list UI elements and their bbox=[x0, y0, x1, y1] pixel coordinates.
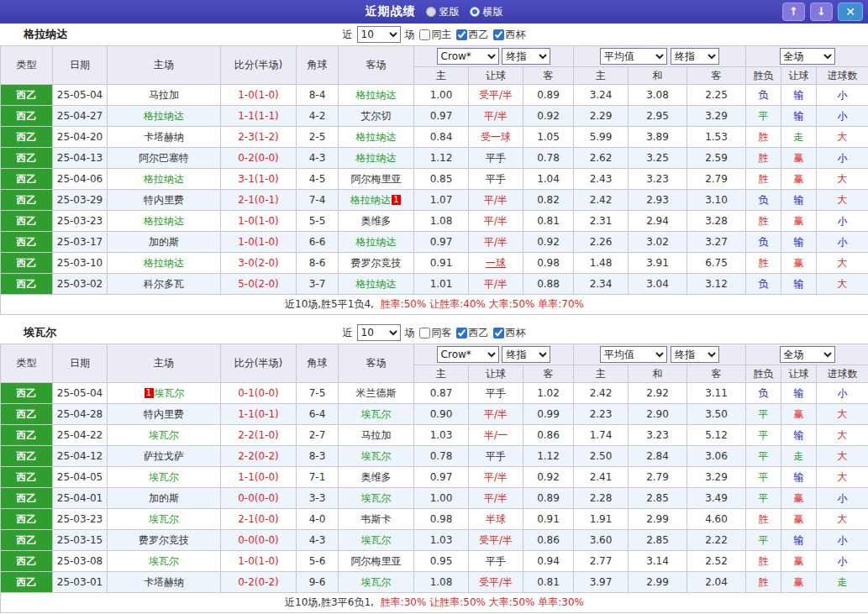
home-team-name[interactable]: 萨拉戈萨 bbox=[144, 450, 184, 462]
corner-score: 4-3 bbox=[297, 148, 339, 169]
asia-odds-time-select[interactable]: 终指 bbox=[502, 346, 550, 363]
checkbox-icon[interactable] bbox=[493, 29, 504, 40]
home-team-name[interactable]: 特内里费 bbox=[144, 408, 184, 420]
away-team-name[interactable]: 米兰德斯 bbox=[356, 387, 397, 399]
close-button[interactable]: ✕ bbox=[838, 3, 863, 21]
bookmaker-select[interactable]: Crow* bbox=[437, 346, 499, 363]
away-team-name[interactable]: 格拉纳达 bbox=[356, 236, 397, 248]
away-team-name[interactable]: 韦斯卡 bbox=[361, 513, 392, 525]
result-outcome: 胜 bbox=[746, 169, 781, 190]
home-team-name[interactable]: 格拉纳达 bbox=[144, 173, 184, 185]
home-team-name[interactable]: 格拉纳达 bbox=[144, 215, 184, 227]
league-checkbox[interactable]: 西乙 bbox=[456, 28, 489, 42]
euro-draw-odds: 2.85 bbox=[629, 530, 687, 551]
close-icon: ✕ bbox=[845, 5, 855, 18]
checkbox-icon[interactable] bbox=[456, 328, 467, 338]
match-score: 2-3(1-2) bbox=[221, 127, 297, 148]
match-score: 1-1(0-0) bbox=[221, 467, 297, 488]
move-down-button[interactable]: ↓ bbox=[810, 3, 833, 21]
league-type: 西乙 bbox=[1, 169, 53, 190]
home-team-name[interactable]: 马拉加 bbox=[149, 89, 179, 101]
euro-away-odds: 3.10 bbox=[687, 190, 746, 211]
away-team-name[interactable]: 格拉纳达 bbox=[356, 131, 397, 143]
checkbox-icon[interactable] bbox=[419, 328, 430, 338]
league-type: 西乙 bbox=[1, 509, 53, 530]
asia-handicap: 平/半 bbox=[469, 274, 523, 295]
match-date: 25-03-08 bbox=[53, 551, 108, 572]
euro-draw-odds: 3.08 bbox=[629, 85, 687, 106]
away-team-name[interactable]: 埃瓦尔 bbox=[361, 492, 392, 504]
checkbox-icon[interactable] bbox=[493, 328, 504, 338]
away-team-name[interactable]: 艾尔切 bbox=[361, 110, 392, 122]
home-team-name[interactable]: 卡塔赫纳 bbox=[144, 131, 184, 143]
league-checkbox[interactable]: 西乙 bbox=[456, 326, 489, 340]
away-team-name[interactable]: 奥维多 bbox=[361, 215, 392, 227]
home-team-name[interactable]: 科尔多瓦 bbox=[144, 278, 184, 290]
home-team-name[interactable]: 埃瓦尔 bbox=[149, 429, 179, 441]
view-mode-horizontal-radio[interactable]: 横版 bbox=[470, 5, 503, 19]
match-home-team: 埃瓦尔 bbox=[108, 551, 221, 572]
scope-select[interactable]: 全场 bbox=[780, 48, 835, 65]
away-team-name[interactable]: 格拉纳达 bbox=[350, 194, 391, 206]
home-team-name[interactable]: 格拉纳达 bbox=[144, 110, 184, 122]
home-team-name[interactable]: 埃瓦尔 bbox=[149, 555, 179, 567]
euro-draw-odds: 3.23 bbox=[629, 169, 687, 190]
match-date: 25-03-23 bbox=[53, 211, 108, 232]
result-goals: 小 bbox=[817, 85, 868, 106]
match-count-select[interactable]: 10 bbox=[357, 324, 401, 341]
euro-away-odds: 5.12 bbox=[687, 425, 746, 446]
home-team-name[interactable]: 格拉纳达 bbox=[144, 257, 184, 269]
asia-handicap: 平/半 bbox=[469, 467, 523, 488]
home-team-name[interactable]: 埃瓦尔 bbox=[149, 513, 179, 525]
home-team-name[interactable]: 加的斯 bbox=[149, 492, 179, 504]
home-team-name[interactable]: 费罗尔竞技 bbox=[139, 534, 189, 546]
match-row: 西乙25-03-15费罗尔竞技0-0(0-0)4-3埃瓦尔1.03受平/半0.8… bbox=[1, 530, 868, 551]
result-outcome: 胜 bbox=[746, 551, 781, 572]
asia-away-odds: 0.86 bbox=[523, 425, 574, 446]
away-team-name[interactable]: 阿尔梅里亚 bbox=[351, 555, 402, 567]
filter-games-label: 场 bbox=[405, 28, 415, 42]
away-team-name[interactable]: 费罗尔竞技 bbox=[351, 257, 402, 269]
cup-checkbox[interactable]: 西杯 bbox=[493, 326, 526, 340]
home-team-name[interactable]: 阿尔巴塞特 bbox=[139, 152, 189, 164]
move-up-button[interactable]: ↑ bbox=[782, 3, 805, 21]
euro-odds-time-select[interactable]: 终指 bbox=[671, 48, 719, 65]
same-venue-checkbox[interactable]: 同主 bbox=[419, 28, 452, 42]
cup-checkbox[interactable]: 西杯 bbox=[493, 28, 526, 42]
home-team-name[interactable]: 埃瓦尔 bbox=[155, 387, 185, 399]
match-score: 1-0(1-0) bbox=[221, 85, 297, 106]
away-team-name[interactable]: 马拉加 bbox=[361, 429, 392, 441]
same-venue-checkbox[interactable]: 同客 bbox=[419, 326, 452, 340]
euro-away-odds: 2.79 bbox=[687, 169, 746, 190]
match-count-select[interactable]: 10 bbox=[357, 26, 401, 43]
euro-draw-odds: 2.92 bbox=[629, 383, 687, 404]
average-select[interactable]: 平均值 bbox=[600, 346, 667, 363]
average-select[interactable]: 平均值 bbox=[600, 48, 667, 65]
match-home-team: 1埃瓦尔 bbox=[108, 383, 221, 404]
checkbox-icon[interactable] bbox=[456, 29, 467, 40]
away-team-name[interactable]: 格拉纳达 bbox=[356, 89, 397, 101]
checkbox-icon[interactable] bbox=[419, 29, 430, 40]
result-handicap: 赢 bbox=[781, 572, 817, 593]
away-team-name[interactable]: 格拉纳达 bbox=[356, 152, 397, 164]
match-row: 西乙25-03-17加的斯1-0(1-0)6-6格拉纳达0.97平/半0.922… bbox=[1, 232, 868, 253]
away-team-name[interactable]: 埃瓦尔 bbox=[361, 534, 392, 546]
away-team-name[interactable]: 格拉纳达 bbox=[356, 278, 397, 290]
home-team-name[interactable]: 埃瓦尔 bbox=[149, 471, 179, 483]
away-team-name[interactable]: 阿尔梅里亚 bbox=[351, 173, 402, 185]
home-team-name[interactable]: 卡塔赫纳 bbox=[144, 576, 184, 588]
asia-odds-time-select[interactable]: 终指 bbox=[502, 48, 550, 65]
home-team-name[interactable]: 加的斯 bbox=[149, 236, 179, 248]
home-team-name[interactable]: 特内里费 bbox=[144, 194, 184, 206]
match-score: 1-0(1-0) bbox=[221, 211, 297, 232]
away-team-name[interactable]: 埃瓦尔 bbox=[361, 576, 392, 588]
scope-select[interactable]: 全场 bbox=[780, 346, 835, 363]
euro-odds-time-select[interactable]: 终指 bbox=[671, 346, 719, 363]
bookmaker-select[interactable]: Crow* bbox=[437, 48, 499, 65]
away-team-name[interactable]: 埃瓦尔 bbox=[361, 450, 392, 462]
away-team-name[interactable]: 埃瓦尔 bbox=[361, 408, 392, 420]
euro-draw-odds: 2.93 bbox=[629, 190, 687, 211]
match-date: 25-03-02 bbox=[53, 274, 108, 295]
away-team-name[interactable]: 奥维多 bbox=[361, 471, 392, 483]
view-mode-vertical-radio[interactable]: 竖版 bbox=[426, 5, 460, 19]
